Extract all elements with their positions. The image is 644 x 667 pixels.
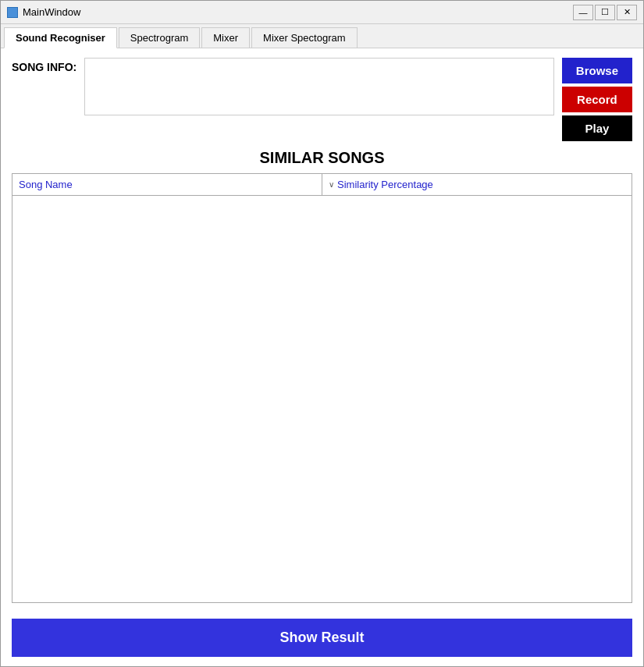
play-button[interactable]: Play [562, 115, 632, 141]
close-button[interactable]: ✕ [617, 5, 637, 20]
content-area: SONG INFO: Browse Record Play SIMILAR SO… [1, 48, 643, 666]
songs-table-header: Song Name ∨ Similarity Percentage [12, 174, 632, 196]
similar-songs-title: SIMILAR SONGS [12, 149, 632, 167]
show-result-button[interactable]: Show Result [12, 619, 632, 657]
songs-table-body [12, 196, 632, 602]
song-info-input-area [84, 58, 554, 119]
tab-sound-recogniser[interactable]: Sound Recogniser [4, 27, 117, 48]
song-info-textarea[interactable] [84, 58, 554, 115]
record-button[interactable]: Record [562, 87, 632, 112]
maximize-button[interactable]: ☐ [595, 5, 615, 20]
tab-bar: Sound Recogniser Spectrogram Mixer Mixer… [1, 24, 643, 48]
browse-button[interactable]: Browse [562, 58, 632, 83]
tab-mixer[interactable]: Mixer [201, 27, 250, 48]
songs-table: Song Name ∨ Similarity Percentage [12, 173, 632, 603]
sort-arrow-icon: ∨ [329, 180, 334, 189]
column-song-name[interactable]: Song Name [12, 174, 322, 195]
title-bar: MainWindow — ☐ ✕ [1, 1, 643, 24]
window-icon [7, 7, 18, 18]
window-title: MainWindow [23, 6, 573, 18]
tab-mixer-spectogram[interactable]: Mixer Spectogram [251, 27, 357, 48]
tab-spectrogram[interactable]: Spectrogram [119, 27, 200, 48]
minimize-button[interactable]: — [573, 5, 593, 20]
title-bar-controls: — ☐ ✕ [573, 5, 637, 20]
song-info-label: SONG INFO: [12, 58, 76, 73]
similar-songs-section: SIMILAR SONGS Song Name ∨ Similarity Per… [12, 149, 632, 603]
column-similarity[interactable]: ∨ Similarity Percentage [322, 174, 632, 195]
main-window: MainWindow — ☐ ✕ Sound Recogniser Spectr… [0, 0, 644, 667]
action-buttons: Browse Record Play [562, 58, 632, 141]
song-info-row: SONG INFO: Browse Record Play [12, 58, 632, 141]
